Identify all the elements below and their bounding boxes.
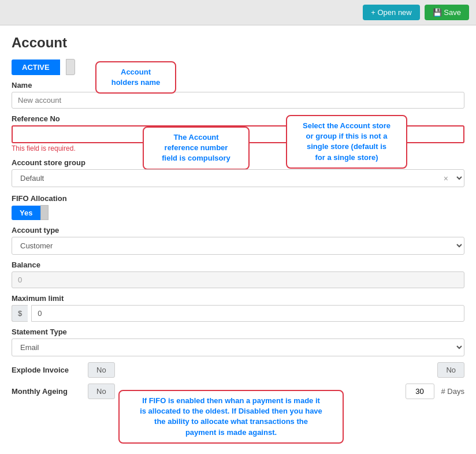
statement-type-section: Statement Type Email bbox=[12, 328, 464, 356]
account-type-section: Account type Customer bbox=[12, 226, 464, 255]
store-group-select[interactable]: Default bbox=[12, 169, 464, 187]
days-input[interactable] bbox=[406, 384, 434, 399]
name-input[interactable] bbox=[12, 92, 464, 109]
name-label: Name bbox=[12, 81, 464, 90]
explode-invoice-label: Explode Invoice bbox=[12, 366, 81, 374]
open-new-button[interactable]: + Open new bbox=[363, 5, 419, 20]
explode-invoice-row: Explode Invoice No No bbox=[12, 362, 464, 378]
max-limit-input[interactable] bbox=[31, 305, 464, 322]
statement-type-label: Statement Type bbox=[12, 328, 464, 336]
active-toggle-handle[interactable] bbox=[66, 59, 75, 75]
explode-second-no-button[interactable]: No bbox=[437, 362, 464, 378]
reference-section: Reference No This field is required. The… bbox=[12, 114, 464, 152]
fifo-yes-button[interactable]: Yes bbox=[12, 206, 40, 220]
max-limit-section: Maximum limit $ Statement is sent via em… bbox=[12, 294, 464, 322]
status-row: ACTIVE Account holders name bbox=[12, 59, 464, 75]
name-section: Name bbox=[12, 81, 464, 109]
monthly-ageing-no-button[interactable]: No bbox=[88, 384, 115, 399]
store-group-select-wrapper: Default × bbox=[12, 169, 464, 187]
explode-monthly-section: Explode Invoice No No Monthly Ageing No … bbox=[12, 362, 464, 399]
reference-error: This field is required. bbox=[12, 144, 464, 152]
store-group-section: Account store group Default × bbox=[12, 158, 464, 187]
active-button[interactable]: ACTIVE bbox=[12, 59, 60, 75]
save-icon: 💾 bbox=[433, 8, 442, 17]
store-group-label: Account store group bbox=[12, 158, 464, 167]
page-title: Account bbox=[12, 35, 464, 51]
max-limit-label: Maximum limit bbox=[12, 294, 464, 303]
top-bar: + Open new 💾 Save bbox=[0, 0, 476, 25]
monthly-ageing-label: Monthly Ageing bbox=[12, 387, 81, 396]
fifo-section: FIFO Allocation Yes If FIFO is enabled t… bbox=[12, 194, 464, 220]
balance-input bbox=[12, 271, 464, 288]
reference-label: Reference No bbox=[12, 114, 464, 123]
balance-section: Balance Maximum limit for this customer bbox=[12, 261, 464, 288]
fifo-slider[interactable] bbox=[40, 205, 49, 220]
currency-prefix: $ bbox=[12, 305, 28, 322]
days-label: # Days bbox=[441, 387, 464, 396]
store-group-clear-icon[interactable]: × bbox=[444, 174, 448, 183]
fifo-toggle[interactable]: Yes bbox=[12, 205, 49, 220]
max-limit-row: $ bbox=[12, 305, 464, 322]
reference-input[interactable] bbox=[12, 125, 464, 143]
page-content: Account ACTIVE Account holders name Name… bbox=[0, 25, 476, 454]
explode-invoice-no-button[interactable]: No bbox=[88, 362, 115, 378]
statement-type-select[interactable]: Email bbox=[12, 338, 464, 356]
fifo-label: FIFO Allocation bbox=[12, 194, 464, 203]
save-button[interactable]: 💾 Save bbox=[425, 5, 469, 20]
balance-label: Balance bbox=[12, 261, 464, 269]
account-type-select[interactable]: Customer bbox=[12, 237, 464, 255]
save-label: Save bbox=[444, 8, 461, 17]
account-type-label: Account type bbox=[12, 226, 464, 235]
monthly-ageing-row: Monthly Ageing No # Days bbox=[12, 384, 464, 399]
